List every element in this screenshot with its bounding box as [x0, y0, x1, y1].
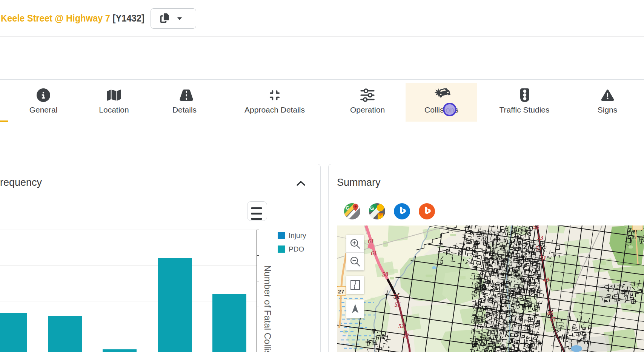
svg-text:53: 53: [537, 235, 543, 241]
svg-text:51: 51: [540, 255, 546, 261]
svg-text:61: 61: [368, 238, 374, 244]
svg-text:G: G: [370, 205, 374, 211]
svg-text:46: 46: [547, 310, 553, 316]
svg-text:27: 27: [338, 288, 344, 295]
svg-text:61: 61: [371, 250, 377, 256]
svg-text:49: 49: [543, 276, 549, 283]
svg-text:32: 32: [403, 332, 409, 339]
svg-text:51: 51: [536, 245, 542, 252]
svg-text:56: 56: [393, 293, 399, 300]
svg-text:55: 55: [395, 301, 401, 308]
svg-text:53: 53: [533, 225, 539, 230]
svg-text:G: G: [346, 205, 349, 211]
svg-text:45: 45: [549, 316, 556, 323]
svg-text:58: 58: [382, 271, 388, 278]
svg-text:52: 52: [398, 323, 404, 329]
